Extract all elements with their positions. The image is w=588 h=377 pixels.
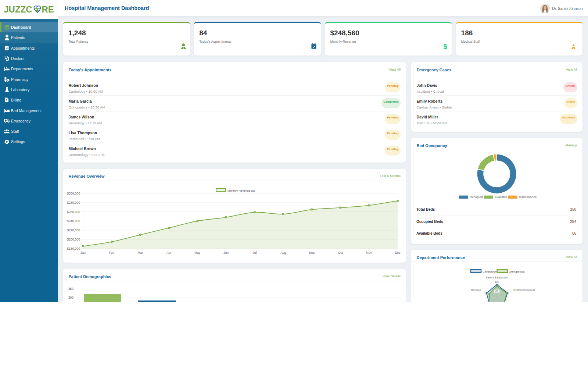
svg-text:$240,000: $240,000 (67, 219, 80, 223)
svg-text:Jun: Jun (223, 251, 229, 255)
svg-text:Orthopedics: Orthopedics (509, 270, 525, 273)
svg-text:60: 60 (495, 290, 498, 292)
svg-text:Oct: Oct (338, 251, 343, 255)
svg-text:Mar: Mar (137, 251, 143, 255)
svg-text:Monthly Revenue ($): Monthly Revenue ($) (227, 189, 255, 192)
svg-text:Maintenance: Maintenance (519, 195, 537, 199)
svg-text:Treatment Success: Treatment Success (513, 289, 535, 291)
svg-text:$260,000: $260,000 (67, 210, 80, 214)
svg-text:Occupied: Occupied (470, 195, 483, 199)
svg-text:Aug: Aug (280, 251, 286, 255)
svg-text:100: 100 (495, 281, 499, 283)
svg-text:Dec: Dec (395, 251, 401, 255)
svg-text:$: $ (6, 99, 8, 102)
svg-text:$300,000: $300,000 (67, 192, 80, 195)
svg-text:Revenue: Revenue (471, 289, 481, 291)
svg-text:Jan: Jan (80, 251, 86, 255)
svg-text:$280,000: $280,000 (67, 201, 80, 204)
svg-text:$200,000: $200,000 (67, 238, 80, 241)
svg-text:Feb: Feb (109, 251, 114, 255)
svg-text:$180,000: $180,000 (67, 247, 80, 250)
svg-text:$220,000: $220,000 (67, 228, 80, 232)
svg-text:Apr: Apr (166, 251, 171, 255)
svg-text:Jul: Jul (252, 251, 257, 255)
svg-text:Patient Satisfaction: Patient Satisfaction (486, 276, 508, 279)
svg-text:May: May (194, 251, 201, 255)
svg-text:Nov: Nov (366, 251, 372, 255)
svg-text:Cardiology: Cardiology (483, 270, 496, 273)
svg-text:Available: Available (495, 195, 508, 199)
svg-text:Sep: Sep (309, 251, 315, 255)
